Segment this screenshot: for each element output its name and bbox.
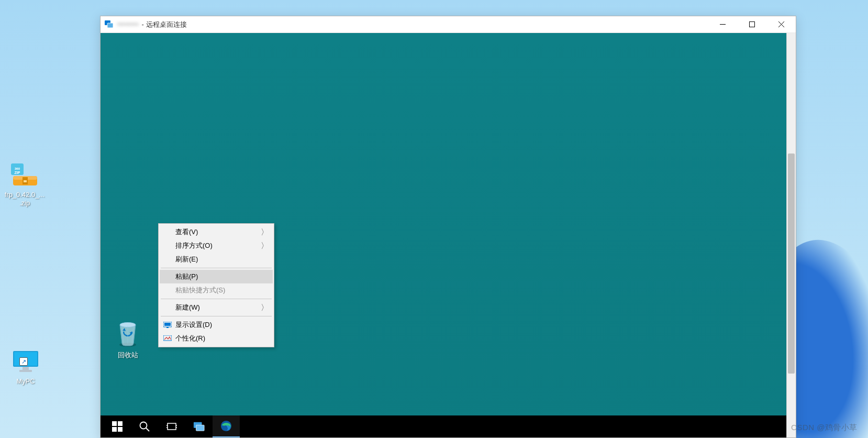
taskbar-app-edge[interactable] bbox=[213, 415, 240, 437]
personalize-icon bbox=[163, 335, 172, 342]
remote-taskbar bbox=[101, 415, 786, 437]
svg-rect-13 bbox=[749, 22, 754, 27]
svg-rect-23 bbox=[118, 427, 123, 432]
submenu-arrow-icon: 〉 bbox=[261, 227, 269, 237]
menu-item-paste[interactable]: 粘贴(P) bbox=[160, 270, 273, 283]
menu-item-view[interactable]: 查看(V) 〉 bbox=[160, 225, 273, 239]
svg-text:ZIP: ZIP bbox=[15, 171, 20, 174]
menu-item-label: 个性化(R) bbox=[175, 334, 205, 343]
task-view-icon bbox=[166, 421, 177, 432]
svg-rect-18 bbox=[166, 327, 169, 328]
recycle-bin-icon bbox=[115, 319, 141, 348]
window-title: ••••••••• - 远程桌面连接 bbox=[117, 20, 708, 29]
display-settings-icon bbox=[163, 321, 172, 328]
remote-desktop-window: ••••••••• - 远程桌面连接 bbox=[100, 16, 796, 438]
desktop-icon-label: frp_0.42.0_... .zip bbox=[1, 191, 48, 207]
menu-item-label: 粘贴(P) bbox=[175, 272, 198, 281]
menu-item-display-settings[interactable]: 显示设置(D) bbox=[160, 318, 273, 332]
svg-rect-12 bbox=[107, 23, 113, 28]
svg-rect-27 bbox=[196, 425, 205, 431]
menu-item-paste-shortcut: 粘贴快捷方式(S) bbox=[160, 283, 273, 297]
svg-rect-20 bbox=[112, 421, 117, 426]
menu-item-personalize[interactable]: 个性化(R) bbox=[160, 332, 273, 345]
submenu-arrow-icon: 〉 bbox=[261, 303, 269, 313]
menu-separator bbox=[161, 299, 272, 299]
watermark-text: CSDN @鸡骨小草 bbox=[791, 423, 858, 433]
search-button[interactable] bbox=[131, 415, 158, 437]
monitor-icon: ↗ bbox=[10, 349, 41, 375]
windows-logo-icon bbox=[112, 421, 123, 432]
desktop-icon-label: 回收站 bbox=[108, 351, 147, 360]
menu-item-refresh[interactable]: 刷新(E) bbox=[160, 253, 273, 266]
desktop-icon-label: MyPC bbox=[2, 377, 49, 386]
menu-item-sort[interactable]: 排序方式(O) 〉 bbox=[160, 239, 273, 253]
edge-icon bbox=[220, 420, 232, 432]
window-titlebar[interactable]: ••••••••• - 远程桌面连接 bbox=[101, 16, 796, 33]
menu-item-label: 新建(W) bbox=[175, 303, 200, 312]
maximize-button[interactable] bbox=[737, 16, 766, 32]
desktop-icon-zip[interactable]: 360 ZIP frp_0.42.0_... .zip bbox=[1, 162, 48, 207]
svg-rect-6 bbox=[24, 180, 27, 182]
svg-rect-22 bbox=[112, 427, 117, 432]
menu-separator bbox=[161, 316, 272, 316]
menu-item-label: 粘贴快捷方式(S) bbox=[175, 286, 225, 295]
vertical-scrollbar[interactable] bbox=[786, 33, 796, 437]
svg-rect-21 bbox=[118, 421, 123, 426]
desktop-context-menu: 查看(V) 〉 排序方式(O) 〉 刷新(E) 粘贴(P) 粘贴快捷方式(S) bbox=[158, 223, 274, 347]
start-button[interactable] bbox=[104, 415, 131, 437]
minimize-button[interactable] bbox=[708, 16, 737, 32]
shortcut-overlay-icon: ↗ bbox=[19, 357, 28, 366]
close-button[interactable] bbox=[766, 16, 796, 32]
svg-text:360: 360 bbox=[15, 167, 20, 170]
menu-item-label: 查看(V) bbox=[175, 227, 198, 237]
remote-desktop-area[interactable]: 回收站 查看(V) 〉 排序方式(O) 〉 刷新(E) 粘贴(P) bbox=[101, 33, 786, 437]
menu-item-label: 刷新(E) bbox=[175, 255, 198, 264]
task-view-button[interactable] bbox=[158, 415, 185, 437]
svg-rect-17 bbox=[164, 323, 171, 326]
menu-item-new[interactable]: 新建(W) 〉 bbox=[160, 301, 273, 314]
scrollbar-thumb[interactable] bbox=[788, 154, 795, 374]
taskbar-app-explorer[interactable] bbox=[185, 415, 213, 437]
svg-rect-10 bbox=[19, 370, 32, 372]
desktop-icon-recycle-bin[interactable]: 回收站 bbox=[108, 319, 147, 360]
search-icon bbox=[139, 421, 150, 432]
this-pc-icon bbox=[193, 421, 205, 432]
svg-rect-25 bbox=[168, 423, 176, 430]
rdp-app-icon bbox=[105, 20, 113, 29]
zip-file-icon: 360 ZIP bbox=[9, 162, 40, 189]
svg-point-24 bbox=[140, 422, 147, 429]
svg-rect-19 bbox=[163, 335, 172, 341]
desktop-icon-mypc[interactable]: ↗ MyPC bbox=[2, 349, 49, 386]
svg-rect-9 bbox=[23, 367, 29, 370]
submenu-arrow-icon: 〉 bbox=[261, 241, 269, 251]
menu-item-label: 排序方式(O) bbox=[175, 241, 213, 250]
menu-item-label: 显示设置(D) bbox=[175, 320, 212, 330]
menu-separator bbox=[161, 268, 272, 268]
